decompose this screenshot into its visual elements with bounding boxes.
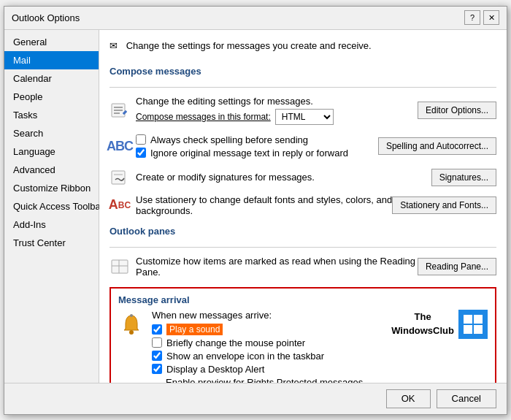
compose-divider (110, 87, 496, 88)
signatures-row: Create or modify signatures for messages… (110, 167, 496, 188)
svg-rect-11 (464, 315, 472, 324)
dialog-footer: OK Cancel (4, 383, 507, 414)
svg-point-9 (129, 330, 134, 335)
signatures-text: Create or modify signatures for messages… (136, 172, 315, 183)
mouse-pointer-row: Briefly change the mouse pointer (152, 337, 369, 348)
intro-text: ✉ Change the settings for messages you c… (110, 37, 496, 54)
stationery-icon: ABC (110, 195, 130, 215)
message-arrival-section: Message arrival When new messa (110, 287, 496, 383)
play-sound-row: Play a sound (152, 324, 369, 335)
watermark-line2: WindowsClub (391, 325, 454, 336)
sidebar-item-general[interactable]: General (4, 33, 99, 51)
sidebar: General Mail Calendar People Tasks Searc… (4, 30, 99, 383)
compose-row: Change the editing settings for messages… (110, 96, 496, 125)
close-button[interactable]: ✕ (483, 10, 499, 25)
watermark-line1: The (415, 311, 431, 322)
play-sound-checkbox[interactable] (152, 324, 162, 335)
stationery-text: Use stationery to change default fonts a… (136, 194, 392, 216)
dialog-title: Outlook Options (12, 12, 80, 23)
help-button[interactable]: ? (464, 10, 480, 25)
sidebar-item-trust-center[interactable]: Trust Center (4, 234, 99, 252)
envelope-icon-row: Show an envelope icon in the taskbar (152, 351, 369, 362)
compose-icon (110, 100, 130, 121)
ignore-original-checkbox[interactable] (136, 148, 146, 158)
stationery-row: ABC Use stationery to change default fon… (110, 194, 496, 216)
format-select[interactable]: HTML Plain Text Rich Text (275, 109, 334, 125)
arrival-content: When new messages arrive: Play a sound B… (118, 310, 488, 383)
outlook-options-dialog: Outlook Options ? ✕ General Mail Calenda… (4, 6, 507, 415)
spelling-row: ABC Always check spelling before sending… (110, 132, 496, 161)
sidebar-item-calendar[interactable]: Calendar (4, 69, 99, 88)
envelope-icon-checkbox[interactable] (152, 351, 162, 361)
windowsclub-logo (458, 310, 488, 339)
spelling-icon: ABC (110, 136, 130, 156)
sidebar-item-customize-ribbon[interactable]: Customize Ribbon (4, 179, 99, 197)
sidebar-item-language[interactable]: Language (4, 142, 99, 161)
panes-section-header: Outlook panes (110, 226, 496, 238)
svg-rect-14 (474, 325, 483, 334)
svg-rect-10 (130, 314, 133, 317)
envelope-icon-label: Show an envelope icon in the taskbar (166, 351, 324, 362)
arrival-label: When new messages arrive: (152, 310, 369, 321)
panes-text: Customize how items are marked as read w… (136, 256, 418, 278)
format-label: Compose messages in this format: (136, 112, 271, 122)
sidebar-item-search[interactable]: Search (4, 124, 99, 142)
signatures-icon (110, 167, 130, 188)
bell-icon (118, 313, 145, 339)
panes-row: Customize how items are marked as read w… (110, 256, 496, 278)
compose-text: Change the editing settings for messages… (136, 96, 418, 107)
title-bar: Outlook Options ? ✕ (4, 7, 507, 30)
sidebar-item-mail[interactable]: Mail (4, 51, 99, 69)
svg-rect-6 (112, 260, 128, 273)
svg-rect-4 (112, 171, 125, 184)
always-check-checkbox[interactable] (136, 134, 146, 145)
watermark-area: The WindowsClub (391, 310, 488, 339)
sidebar-item-addins[interactable]: Add-Ins (4, 215, 99, 234)
cancel-button[interactable]: Cancel (437, 389, 496, 408)
play-sound-label: Play a sound (166, 324, 223, 335)
ignore-original-label: Ignore original message text in reply or… (150, 148, 348, 159)
sidebar-item-tasks[interactable]: Tasks (4, 106, 99, 124)
svg-rect-12 (474, 315, 483, 324)
panes-icon (110, 256, 130, 277)
ignore-original-row: Ignore original message text in reply or… (136, 148, 378, 159)
compose-section-header: Compose messages (110, 66, 496, 78)
rights-protected-label: Enable preview for Rights Protected mess… (166, 377, 369, 383)
signatures-button[interactable]: Signatures... (431, 169, 496, 186)
content-area: ✉ Change the settings for messages you c… (99, 30, 507, 383)
sidebar-item-people[interactable]: People (4, 88, 99, 106)
mouse-pointer-label: Briefly change the mouse pointer (166, 337, 305, 348)
message-arrival-header: Message arrival (118, 294, 488, 305)
desktop-alert-label: Display a Desktop Alert (166, 364, 264, 375)
reading-pane-button[interactable]: Reading Pane... (418, 258, 496, 275)
stationery-fonts-button[interactable]: Stationery and Fonts... (392, 196, 496, 214)
always-check-label: Always check spelling before sending (150, 134, 308, 145)
sidebar-item-advanced[interactable]: Advanced (4, 161, 99, 179)
editor-options-button[interactable]: Editor Options... (418, 102, 496, 119)
dialog-body: General Mail Calendar People Tasks Searc… (4, 30, 507, 383)
desktop-alert-checkbox[interactable] (152, 364, 162, 374)
svg-rect-13 (464, 325, 472, 334)
rights-protected-row: Enable preview for Rights Protected mess… (152, 377, 369, 383)
format-row: Compose messages in this format: HTML Pl… (136, 109, 418, 125)
spelling-autocorrect-button[interactable]: Spelling and Autocorrect... (378, 137, 496, 155)
sidebar-item-quick-access[interactable]: Quick Access Toolbar (4, 197, 99, 215)
ok-button[interactable]: OK (386, 389, 431, 408)
desktop-alert-row: Display a Desktop Alert (152, 364, 369, 375)
title-bar-buttons: ? ✕ (464, 10, 499, 25)
panes-divider (110, 247, 496, 248)
always-check-row: Always check spelling before sending (136, 134, 378, 145)
mouse-pointer-checkbox[interactable] (152, 337, 162, 348)
